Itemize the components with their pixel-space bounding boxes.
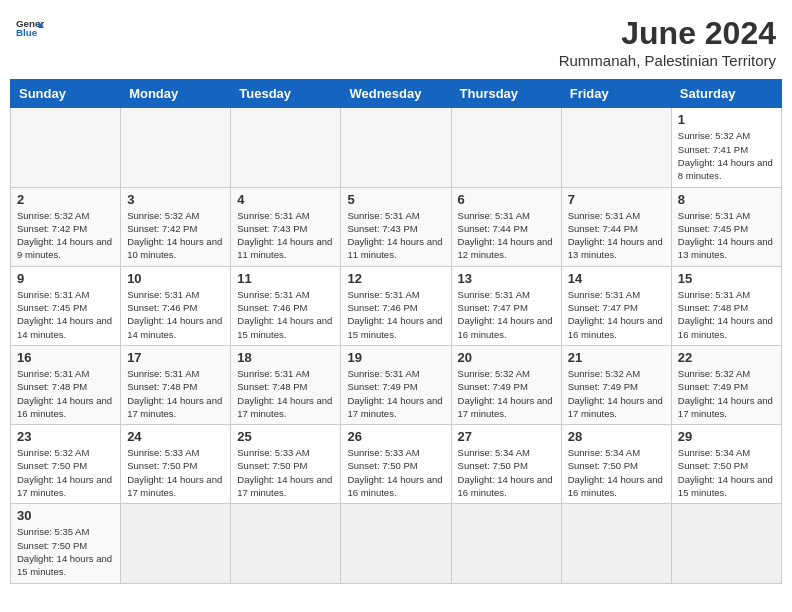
day-info: Sunrise: 5:32 AMSunset: 7:49 PMDaylight:… — [458, 367, 555, 420]
weekday-header-thursday: Thursday — [451, 80, 561, 108]
page-subtitle: Rummanah, Palestinian Territory — [559, 52, 776, 69]
calendar-day-cell: 24Sunrise: 5:33 AMSunset: 7:50 PMDayligh… — [121, 425, 231, 504]
day-info: Sunrise: 5:31 AMSunset: 7:44 PMDaylight:… — [568, 209, 665, 262]
day-info: Sunrise: 5:31 AMSunset: 7:46 PMDaylight:… — [347, 288, 444, 341]
day-number: 3 — [127, 192, 224, 207]
calendar-day-cell: 21Sunrise: 5:32 AMSunset: 7:49 PMDayligh… — [561, 345, 671, 424]
calendar-day-cell: 13Sunrise: 5:31 AMSunset: 7:47 PMDayligh… — [451, 266, 561, 345]
calendar-table: SundayMondayTuesdayWednesdayThursdayFrid… — [10, 79, 782, 583]
day-info: Sunrise: 5:31 AMSunset: 7:45 PMDaylight:… — [678, 209, 775, 262]
calendar-day-cell — [341, 504, 451, 583]
day-number: 2 — [17, 192, 114, 207]
calendar-week-row: 30Sunrise: 5:35 AMSunset: 7:50 PMDayligh… — [11, 504, 782, 583]
day-number: 13 — [458, 271, 555, 286]
day-number: 10 — [127, 271, 224, 286]
day-number: 17 — [127, 350, 224, 365]
calendar-day-cell: 18Sunrise: 5:31 AMSunset: 7:48 PMDayligh… — [231, 345, 341, 424]
day-info: Sunrise: 5:31 AMSunset: 7:46 PMDaylight:… — [127, 288, 224, 341]
day-info: Sunrise: 5:33 AMSunset: 7:50 PMDaylight:… — [237, 446, 334, 499]
day-number: 5 — [347, 192, 444, 207]
day-number: 29 — [678, 429, 775, 444]
calendar-day-cell: 27Sunrise: 5:34 AMSunset: 7:50 PMDayligh… — [451, 425, 561, 504]
calendar-day-cell: 1Sunrise: 5:32 AMSunset: 7:41 PMDaylight… — [671, 108, 781, 187]
calendar-day-cell: 20Sunrise: 5:32 AMSunset: 7:49 PMDayligh… — [451, 345, 561, 424]
weekday-header-saturday: Saturday — [671, 80, 781, 108]
calendar-day-cell: 7Sunrise: 5:31 AMSunset: 7:44 PMDaylight… — [561, 187, 671, 266]
calendar-day-cell: 23Sunrise: 5:32 AMSunset: 7:50 PMDayligh… — [11, 425, 121, 504]
calendar-day-cell: 8Sunrise: 5:31 AMSunset: 7:45 PMDaylight… — [671, 187, 781, 266]
day-number: 11 — [237, 271, 334, 286]
calendar-day-cell — [121, 108, 231, 187]
day-info: Sunrise: 5:32 AMSunset: 7:42 PMDaylight:… — [17, 209, 114, 262]
logo: General Blue — [16, 14, 44, 42]
calendar-day-cell: 9Sunrise: 5:31 AMSunset: 7:45 PMDaylight… — [11, 266, 121, 345]
page-header: General Blue June 2024 Rummanah, Palesti… — [10, 10, 782, 73]
day-number: 12 — [347, 271, 444, 286]
day-number: 14 — [568, 271, 665, 286]
day-info: Sunrise: 5:31 AMSunset: 7:45 PMDaylight:… — [17, 288, 114, 341]
day-info: Sunrise: 5:31 AMSunset: 7:46 PMDaylight:… — [237, 288, 334, 341]
day-number: 4 — [237, 192, 334, 207]
day-number: 24 — [127, 429, 224, 444]
day-info: Sunrise: 5:32 AMSunset: 7:41 PMDaylight:… — [678, 129, 775, 182]
calendar-day-cell — [671, 504, 781, 583]
day-number: 23 — [17, 429, 114, 444]
day-info: Sunrise: 5:31 AMSunset: 7:47 PMDaylight:… — [568, 288, 665, 341]
svg-text:Blue: Blue — [16, 27, 38, 38]
day-info: Sunrise: 5:34 AMSunset: 7:50 PMDaylight:… — [458, 446, 555, 499]
day-info: Sunrise: 5:33 AMSunset: 7:50 PMDaylight:… — [127, 446, 224, 499]
day-info: Sunrise: 5:31 AMSunset: 7:43 PMDaylight:… — [347, 209, 444, 262]
weekday-header-tuesday: Tuesday — [231, 80, 341, 108]
calendar-day-cell: 5Sunrise: 5:31 AMSunset: 7:43 PMDaylight… — [341, 187, 451, 266]
calendar-day-cell — [341, 108, 451, 187]
day-info: Sunrise: 5:31 AMSunset: 7:49 PMDaylight:… — [347, 367, 444, 420]
calendar-day-cell — [121, 504, 231, 583]
day-info: Sunrise: 5:31 AMSunset: 7:48 PMDaylight:… — [17, 367, 114, 420]
calendar-day-cell: 26Sunrise: 5:33 AMSunset: 7:50 PMDayligh… — [341, 425, 451, 504]
calendar-day-cell: 29Sunrise: 5:34 AMSunset: 7:50 PMDayligh… — [671, 425, 781, 504]
day-number: 6 — [458, 192, 555, 207]
calendar-day-cell: 17Sunrise: 5:31 AMSunset: 7:48 PMDayligh… — [121, 345, 231, 424]
weekday-header-monday: Monday — [121, 80, 231, 108]
calendar-week-row: 23Sunrise: 5:32 AMSunset: 7:50 PMDayligh… — [11, 425, 782, 504]
calendar-day-cell: 2Sunrise: 5:32 AMSunset: 7:42 PMDaylight… — [11, 187, 121, 266]
calendar-day-cell: 4Sunrise: 5:31 AMSunset: 7:43 PMDaylight… — [231, 187, 341, 266]
calendar-day-cell: 25Sunrise: 5:33 AMSunset: 7:50 PMDayligh… — [231, 425, 341, 504]
day-number: 9 — [17, 271, 114, 286]
page-title: June 2024 — [559, 14, 776, 52]
day-number: 16 — [17, 350, 114, 365]
calendar-week-row: 2Sunrise: 5:32 AMSunset: 7:42 PMDaylight… — [11, 187, 782, 266]
day-number: 20 — [458, 350, 555, 365]
day-number: 1 — [678, 112, 775, 127]
day-info: Sunrise: 5:35 AMSunset: 7:50 PMDaylight:… — [17, 525, 114, 578]
day-info: Sunrise: 5:31 AMSunset: 7:47 PMDaylight:… — [458, 288, 555, 341]
calendar-day-cell: 30Sunrise: 5:35 AMSunset: 7:50 PMDayligh… — [11, 504, 121, 583]
calendar-day-cell — [561, 108, 671, 187]
day-info: Sunrise: 5:31 AMSunset: 7:48 PMDaylight:… — [678, 288, 775, 341]
calendar-day-cell: 11Sunrise: 5:31 AMSunset: 7:46 PMDayligh… — [231, 266, 341, 345]
day-number: 15 — [678, 271, 775, 286]
day-info: Sunrise: 5:31 AMSunset: 7:44 PMDaylight:… — [458, 209, 555, 262]
day-number: 18 — [237, 350, 334, 365]
calendar-day-cell — [451, 504, 561, 583]
calendar-day-cell — [561, 504, 671, 583]
day-number: 26 — [347, 429, 444, 444]
weekday-header-friday: Friday — [561, 80, 671, 108]
day-number: 25 — [237, 429, 334, 444]
day-number: 7 — [568, 192, 665, 207]
title-block: June 2024 Rummanah, Palestinian Territor… — [559, 14, 776, 69]
calendar-day-cell: 28Sunrise: 5:34 AMSunset: 7:50 PMDayligh… — [561, 425, 671, 504]
weekday-header-sunday: Sunday — [11, 80, 121, 108]
day-number: 19 — [347, 350, 444, 365]
calendar-week-row: 9Sunrise: 5:31 AMSunset: 7:45 PMDaylight… — [11, 266, 782, 345]
day-info: Sunrise: 5:34 AMSunset: 7:50 PMDaylight:… — [568, 446, 665, 499]
day-number: 28 — [568, 429, 665, 444]
calendar-day-cell — [11, 108, 121, 187]
calendar-day-cell: 19Sunrise: 5:31 AMSunset: 7:49 PMDayligh… — [341, 345, 451, 424]
weekday-header-wednesday: Wednesday — [341, 80, 451, 108]
calendar-week-row: 1Sunrise: 5:32 AMSunset: 7:41 PMDaylight… — [11, 108, 782, 187]
day-info: Sunrise: 5:32 AMSunset: 7:49 PMDaylight:… — [678, 367, 775, 420]
calendar-week-row: 16Sunrise: 5:31 AMSunset: 7:48 PMDayligh… — [11, 345, 782, 424]
day-number: 22 — [678, 350, 775, 365]
day-info: Sunrise: 5:34 AMSunset: 7:50 PMDaylight:… — [678, 446, 775, 499]
